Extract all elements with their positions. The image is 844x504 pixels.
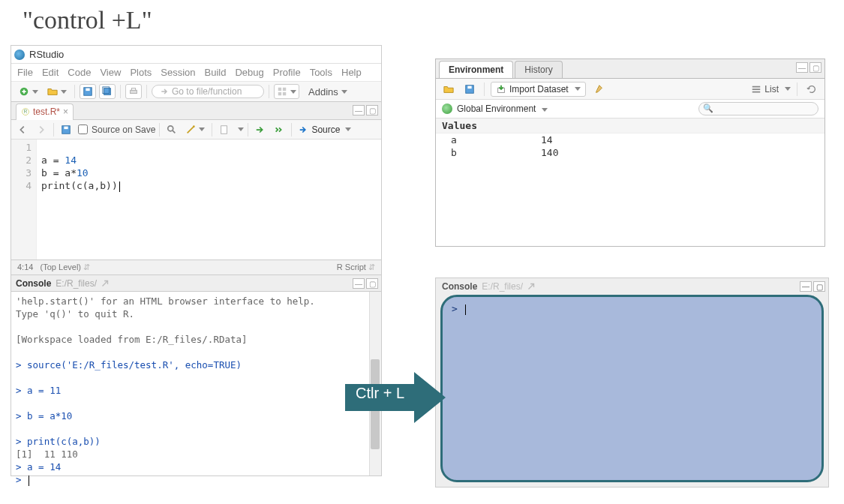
find-button[interactable] — [164, 122, 180, 137]
wand-icon — [185, 124, 196, 135]
floppy-disk-icon — [464, 84, 475, 94]
floppy-disk-icon — [61, 124, 71, 135]
editor-area[interactable]: 1 2 3 4 a = 14b = a*10print(c(a,b)) — [11, 140, 381, 260]
open-project-button[interactable] — [44, 84, 70, 99]
console-header-right: Console E:/R_files/ — ▢ — [436, 278, 828, 295]
grid-button[interactable] — [274, 84, 299, 99]
tab-history[interactable]: History — [515, 61, 562, 78]
goto-file-input[interactable]: Go to file/function — [152, 85, 264, 98]
floppy-disk-multi-icon — [102, 86, 113, 97]
maximize-pane-button[interactable]: ▢ — [366, 105, 378, 116]
console-prompt: > — [452, 303, 458, 314]
console-title: Console — [16, 278, 51, 289]
list-icon — [751, 84, 761, 94]
env-var-name: b — [451, 147, 541, 158]
svg-point-15 — [168, 125, 173, 130]
svg-rect-5 — [131, 90, 137, 93]
rerun-button[interactable] — [271, 122, 287, 137]
notebook-button[interactable] — [216, 122, 233, 137]
file-type[interactable]: R Script — [337, 262, 366, 272]
save-button[interactable] — [80, 84, 96, 99]
menu-plots[interactable]: Plots — [130, 67, 152, 78]
popout-icon[interactable] — [526, 281, 536, 292]
menu-session[interactable]: Session — [161, 67, 195, 78]
editor-toolbar: Source on Save So — [11, 120, 381, 140]
folder-open-icon — [47, 86, 58, 97]
view-mode-button[interactable]: List — [751, 84, 791, 94]
forward-button[interactable] — [33, 122, 50, 137]
close-icon[interactable]: × — [63, 106, 68, 117]
window-titlebar: RStudio — [11, 46, 381, 64]
print-button[interactable] — [125, 84, 142, 99]
env-tabbar: Environment History — ▢ — [436, 59, 824, 79]
svg-rect-9 — [278, 92, 281, 95]
source-button[interactable]: Source — [296, 122, 354, 137]
minimize-pane-button[interactable]: — — [353, 278, 365, 289]
menu-profile[interactable]: Profile — [273, 67, 301, 78]
document-icon — [219, 124, 230, 135]
minimize-pane-button[interactable]: — — [796, 62, 808, 73]
open-workspace-button[interactable] — [440, 82, 457, 97]
env-var-value: 140 — [541, 147, 558, 158]
menu-code[interactable]: Code — [68, 67, 91, 78]
environment-pane: Environment History — ▢ Import Dataset L… — [435, 58, 825, 247]
run-button[interactable] — [252, 122, 269, 137]
save-workspace-button[interactable] — [461, 82, 478, 97]
env-row[interactable]: a 14 — [436, 134, 824, 146]
env-var-name: a — [451, 134, 541, 146]
rstudio-window-left: RStudio File Edit Code View Plots Sessio… — [11, 45, 382, 476]
wand-button[interactable] — [182, 122, 208, 137]
arrow-right-icon — [36, 124, 47, 135]
console-path: E:/R_files/ — [482, 281, 523, 292]
menu-build[interactable]: Build — [205, 67, 227, 78]
source-arrow-icon — [299, 124, 309, 135]
menu-debug[interactable]: Debug — [235, 67, 263, 78]
editor-tab-name: test.R* — [33, 106, 60, 117]
console-pane-right: Console E:/R_files/ — ▢ > — [435, 278, 829, 488]
new-file-button[interactable] — [16, 84, 41, 99]
svg-marker-21 — [345, 372, 446, 423]
rerun-arrow-icon — [274, 124, 284, 135]
grid-icon — [277, 86, 287, 97]
menu-file[interactable]: File — [17, 67, 33, 78]
editor-file-tab[interactable]: R test.R* × — [16, 104, 74, 120]
env-search[interactable]: 🔍 — [698, 102, 818, 116]
minimize-pane-button[interactable]: — — [353, 105, 365, 116]
console-output-right[interactable]: > — [440, 295, 824, 482]
minimize-pane-button[interactable]: — — [800, 281, 812, 292]
refresh-button[interactable] — [803, 82, 820, 97]
import-dataset-button[interactable]: Import Dataset — [491, 82, 586, 97]
source-on-save-label: Source on Save — [92, 124, 155, 135]
env-row[interactable]: b 140 — [436, 146, 824, 159]
broom-icon — [593, 84, 604, 94]
svg-rect-17 — [221, 125, 227, 134]
scope-label[interactable]: (Top Level) — [41, 262, 81, 272]
save-all-button[interactable] — [99, 84, 116, 99]
save-editor-button[interactable] — [58, 122, 74, 137]
floppy-disk-icon — [83, 86, 93, 97]
menu-edit[interactable]: Edit — [42, 67, 59, 78]
back-button[interactable] — [14, 122, 31, 137]
menu-view[interactable]: View — [100, 67, 121, 78]
env-search-input[interactable] — [698, 102, 818, 116]
editor-tabbar: R test.R* × — ▢ — [11, 102, 381, 120]
maximize-pane-button[interactable]: ▢ — [366, 278, 378, 289]
plus-circle-icon — [19, 86, 29, 97]
menu-tools[interactable]: Tools — [310, 67, 332, 78]
console-output-left[interactable]: 'help.start()' for an HTML browser inter… — [11, 292, 381, 476]
source-on-save-checkbox[interactable] — [78, 124, 88, 134]
popout-icon[interactable] — [100, 278, 110, 289]
tab-environment[interactable]: Environment — [439, 61, 513, 78]
svg-rect-14 — [64, 126, 68, 129]
env-values-list: a 14 b 140 — [436, 134, 824, 246]
scope-selector[interactable]: Global Environment — [457, 104, 548, 114]
clear-workspace-button[interactable] — [590, 82, 607, 97]
goto-placeholder: Go to file/function — [172, 86, 242, 97]
maximize-pane-button[interactable]: ▢ — [809, 62, 821, 73]
main-toolbar: Go to file/function Addins — [11, 82, 381, 102]
menu-help[interactable]: Help — [341, 67, 362, 78]
addins-button[interactable]: Addins — [302, 85, 353, 99]
maximize-pane-button[interactable]: ▢ — [813, 281, 825, 292]
code-content: a = 14b = a*10print(c(a,b)) — [37, 140, 123, 260]
editor-statusbar: 4:14 (Top Level) ⇵ R Script ⇵ — [11, 260, 381, 274]
